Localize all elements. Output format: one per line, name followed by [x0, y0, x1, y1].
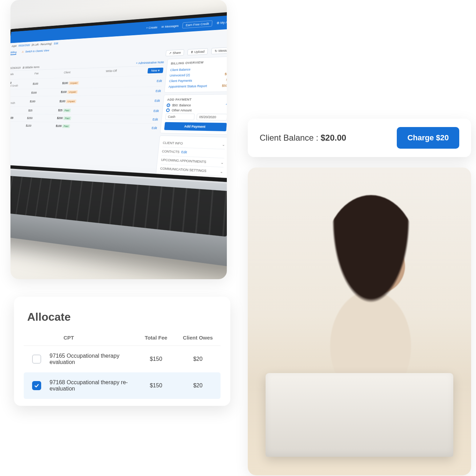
col-details: Details — [10, 72, 35, 77]
messages-link[interactable]: Messages — [165, 24, 179, 28]
allocate-checkbox[interactable] — [32, 355, 41, 364]
client-owes-value: $20 — [175, 382, 221, 389]
add-admin-note-link[interactable]: + Administrative Note — [136, 60, 164, 65]
col-fee: Fee — [34, 71, 64, 77]
billable-row: 1832Abigail Smith $100 $100 Unpaid Edit — [10, 95, 161, 106]
allocate-row[interactable]: 97168 Occupational therapy re-evaluation… — [24, 372, 221, 399]
payment-method-select[interactable]: Cash — [165, 113, 195, 120]
my-account-link[interactable]: My Account — [220, 20, 227, 24]
switch-view-link[interactable]: Switch to Classic View — [25, 49, 49, 54]
status-badge: Paid — [63, 117, 71, 120]
col-writeoff: Write-Off — [95, 69, 128, 75]
row-edit-link[interactable]: Edit — [123, 109, 159, 112]
laptop-photo: + Create ✉ Messages Earn Free Credit ⚙ M… — [10, 0, 227, 279]
appt-date[interactable]: 05/20/2020 — [18, 44, 30, 47]
allocate-checkbox[interactable] — [32, 381, 41, 390]
total-fee-value: $150 — [137, 382, 175, 389]
new-button[interactable]: New ▾ — [148, 68, 163, 74]
row-edit-link[interactable]: Edit — [126, 79, 162, 83]
col-client-owes: Client Owes — [175, 335, 221, 341]
status-badge: Unpaid — [66, 99, 76, 103]
add-payment-panel: ADD PAYMENT $50: Balance⌃ Other Amount C… — [160, 94, 227, 135]
allocate-card: Allocate CPT Total Fee Client Owes 97165… — [14, 297, 230, 406]
charge-button[interactable]: Charge $20 — [397, 127, 459, 149]
add-payment-button[interactable]: Add Payment — [164, 122, 226, 131]
status-badge: Paid — [63, 109, 71, 112]
row-edit-link[interactable]: Edit — [122, 117, 158, 121]
payment-date-field[interactable]: 05/20/2020 — [196, 114, 227, 121]
col-cpt: CPT — [50, 335, 137, 341]
row-edit-link[interactable]: Edit — [121, 126, 157, 130]
tab-billing[interactable]: Billing — [10, 51, 17, 55]
earn-credit-chip[interactable]: Earn Free Credit — [183, 20, 213, 28]
lifestyle-photo — [248, 168, 471, 475]
allocate-title: Allocate — [24, 311, 221, 323]
create-button[interactable]: + Create — [146, 25, 157, 29]
payment-amount-radio[interactable]: Other Amount — [166, 109, 227, 112]
status-badge: Unpaid — [68, 81, 79, 85]
share-button[interactable]: ↗ Share — [166, 50, 184, 57]
side-accordions: CLIENT INFO⌄ CONTACTS Edit UPCOMING APPO… — [150, 135, 227, 183]
client-balance-card: Client Balance : $20.00 Charge $20 — [248, 119, 471, 157]
client-balance-amount: $20.00 — [321, 133, 346, 142]
overview-link[interactable]: Client Payments — [169, 79, 192, 83]
status-badge: Paid — [62, 124, 70, 128]
billable-items-heading: Billable Items — [25, 66, 40, 69]
message-button[interactable]: ↻ Message — [211, 47, 227, 54]
col-client: Client — [64, 70, 95, 76]
cpt-description: 97165 Occupational therapy evaluation — [50, 353, 137, 365]
billable-row: otherapy $100 $100 Paid Edit — [10, 121, 157, 132]
total-fee-value: $150 — [137, 356, 175, 362]
billing-screen: + Create ✉ Messages Earn Free Credit ⚙ M… — [10, 10, 227, 183]
edit-link[interactable]: Edit — [54, 42, 58, 45]
upload-button[interactable]: ⬆ Upload — [187, 48, 208, 55]
overview-link[interactable]: Client Balance — [170, 68, 191, 72]
col-total-fee: Total Fee — [137, 335, 175, 341]
client-owes-value: $20 — [175, 356, 221, 362]
allocate-row[interactable]: 97165 Occupational therapy evaluation $1… — [24, 346, 221, 372]
overview-link[interactable]: Uninvoiced (2) — [170, 73, 190, 77]
billable-row: age Oils $25 $25 Paid Edit — [10, 106, 159, 115]
payment-amount-radio[interactable]: $50: Balance⌃ — [166, 103, 227, 107]
billing-overview-panel: BILLING OVERVIEW Client Balance⌃ Uninvoi… — [164, 56, 227, 93]
cpt-description: 97168 Occupational therapy re-evaluation — [50, 379, 137, 392]
status-badge: Unpaid — [67, 90, 78, 94]
row-edit-link[interactable]: Edit — [124, 99, 160, 103]
row-edit-link[interactable]: Edit — [125, 89, 161, 93]
client-balance-text: Client Balance : $20.00 — [260, 133, 346, 143]
overview-link[interactable]: Appointment Status Report — [168, 84, 207, 88]
